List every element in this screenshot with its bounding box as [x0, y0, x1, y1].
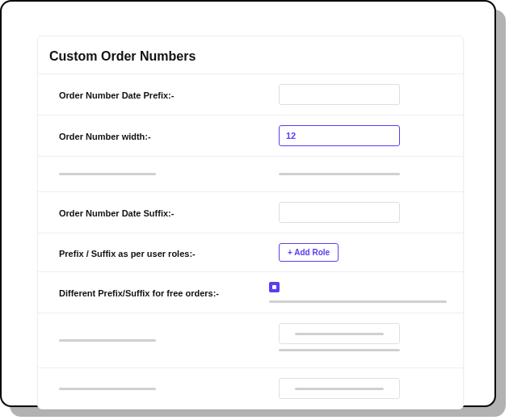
placeholder-line — [269, 300, 447, 303]
label-date-prefix: Order Number Date Prefix:- — [59, 90, 174, 100]
input-date-prefix[interactable] — [279, 84, 400, 105]
settings-card: Custom Order Numbers Order Number Date P… — [37, 36, 464, 410]
input-date-suffix[interactable] — [279, 202, 400, 223]
card-title: Custom Order Numbers — [38, 36, 463, 74]
row-placeholder-1 — [38, 156, 463, 191]
checkbox-free-orders[interactable] — [269, 282, 280, 292]
row-width: Order Number width:- — [38, 115, 463, 156]
label-roles: Prefix / Suffix as per user roles:- — [59, 249, 196, 258]
checkbox-mark — [272, 285, 276, 289]
input-width[interactable] — [279, 125, 400, 146]
label-width: Order Number width:- — [59, 132, 151, 141]
placeholder-value — [279, 349, 400, 351]
row-date-suffix: Order Number Date Suffix:- — [38, 191, 463, 233]
label-date-suffix: Order Number Date Suffix:- — [59, 208, 174, 218]
row-free-orders: Different Prefix/Suffix for free orders:… — [38, 271, 463, 313]
row-placeholder-2 — [38, 313, 463, 368]
row-placeholder-3 — [38, 368, 463, 409]
device-frame: Custom Order Numbers Order Number Date P… — [0, 0, 496, 407]
placeholder-input — [279, 323, 400, 344]
row-roles: Prefix / Suffix as per user roles:- + Ad… — [38, 233, 463, 271]
placeholder-label — [59, 339, 156, 342]
placeholder-input — [279, 378, 400, 399]
placeholder-value — [279, 173, 400, 175]
label-free-orders: Different Prefix/Suffix for free orders:… — [59, 288, 219, 298]
row-date-prefix: Order Number Date Prefix:- — [38, 74, 463, 115]
placeholder-label — [59, 173, 156, 175]
add-role-button[interactable]: + Add Role — [279, 243, 339, 262]
placeholder-label — [59, 388, 156, 390]
